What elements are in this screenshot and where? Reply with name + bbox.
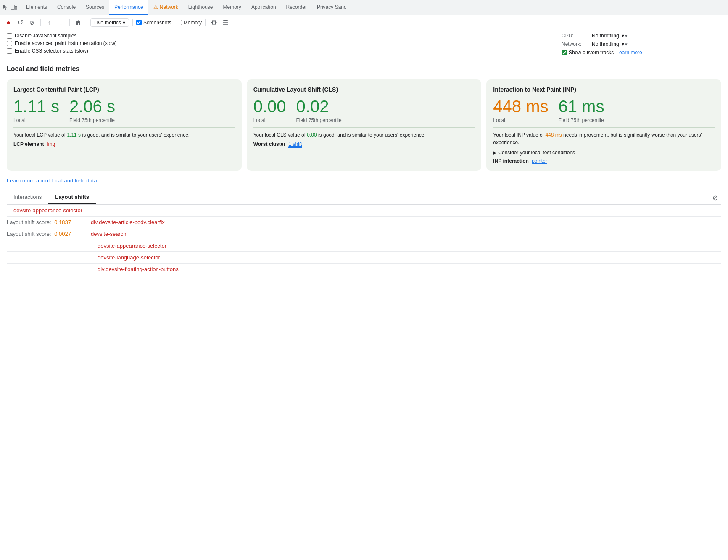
tab-application[interactable]: Application [246,0,281,15]
memory-checkbox[interactable] [177,20,182,25]
custom-tracks-checkbox[interactable] [562,50,567,55]
layout-table: devsite-appearance-selector Layout shift… [7,205,721,275]
tab-recorder[interactable]: Recorder [281,0,312,15]
lcp-field-value: 2.06 s [69,97,115,116]
layout-score-label: Layout shift score: 0.0027 [7,231,91,237]
warning-icon: ⚠ [153,4,158,10]
download-button[interactable]: ↓ [56,18,66,28]
memory-checkbox-group[interactable]: Memory [177,20,202,26]
cls-local-value: 0.00 [253,97,286,116]
options-left: Disable JavaScript samples Enable advanc… [7,33,562,55]
cls-field-group: 0.02 Field 75th percentile [296,97,342,123]
table-row: Layout shift score: 0.1837 div.devsite-a… [7,217,721,228]
lcp-card: Largest Contentful Paint (LCP) 1.11 s Lo… [7,79,242,171]
cls-divider [253,127,475,128]
reload-button[interactable]: ↺ [15,18,25,28]
layout-selector[interactable]: div.devsite-article-body.clearfix [91,219,165,225]
inp-local-label: Local [493,117,548,123]
live-metrics-dropdown[interactable]: Live metrics ▾ [90,18,129,27]
tab-sources[interactable]: Sources [81,0,109,15]
lcp-local-value: 1.11 s [13,97,59,116]
table-row: devsite-appearance-selector [7,240,721,252]
tab-lighthouse[interactable]: Lighthouse [183,0,218,15]
screenshots-checkbox[interactable] [136,20,142,25]
tab-privacy-sand[interactable]: Privacy Sand [312,0,352,15]
disable-js-samples-checkbox[interactable] [7,33,12,39]
table-row: Layout shift score: 0.0027 devsite-searc… [7,228,721,240]
tab-network[interactable]: ⚠Network [148,0,183,15]
learn-more-field-data-link[interactable]: Learn more about local and field data [7,177,97,184]
svg-rect-0 [11,5,15,9]
cls-local-group: 0.00 Local [253,97,286,123]
tab-memory[interactable]: Memory [218,0,246,15]
screenshots-checkbox-group[interactable]: Screenshots [136,20,171,26]
toolbar: ● ↺ ⊘ ↑ ↓ Live metrics ▾ Screenshots Mem… [0,15,728,30]
inp-desc: Your local INP value of 448 ms needs imp… [493,131,715,146]
section-title: Local and field metrics [7,65,721,73]
tab-console[interactable]: Console [52,0,81,15]
metric-cards: Largest Contentful Paint (LCP) 1.11 s Lo… [7,79,721,171]
custom-tracks-checkbox-group[interactable]: Show custom tracks [562,50,614,55]
tab-performance[interactable]: Performance [109,0,148,15]
cursor-icon[interactable] [2,4,9,11]
cls-field-value: 0.02 [296,97,342,116]
tab-bar: Elements Console Sources Performance ⚠Ne… [0,0,728,15]
inp-divider [493,127,715,128]
network-throttle-dropdown[interactable]: No throttling ▾ [592,41,628,47]
settings-icon[interactable] [209,18,219,28]
inp-consider: ▶ Consider your local test conditions [493,150,715,156]
css-selector-option[interactable]: Enable CSS selector stats (slow) [7,48,562,54]
cpu-throttle-dropdown[interactable]: No throttling ▾ [592,33,628,39]
clear-button[interactable]: ⊘ [27,18,37,28]
separator-3 [87,19,87,26]
table-row: devsite-appearance-selector [7,205,721,217]
inp-field-label: Field 75th percentile [559,117,604,123]
layout-selector[interactable]: div.devsite-floating-action-buttons [13,266,179,272]
custom-tracks-row: Show custom tracks Learn more [562,50,642,55]
layout-score-label: Layout shift score: 0.1837 [7,219,91,225]
lcp-card-title: Largest Contentful Paint (LCP) [13,86,235,93]
layout-selector[interactable]: devsite-appearance-selector [13,243,166,249]
cls-desc: Your local CLS value of 0.00 is good, an… [253,131,475,139]
svg-rect-1 [15,6,17,9]
advanced-paint-checkbox[interactable] [7,41,12,46]
cpu-chevron-icon: ▾ [622,33,624,39]
table-row: devsite-language-selector [7,252,721,264]
cls-values: 0.00 Local 0.02 Field 75th percentile [253,97,475,123]
more-icon[interactable] [221,18,231,28]
inp-extra: INP interaction pointer [493,158,715,164]
lcp-local-label: Local [13,117,59,123]
separator-4 [132,19,133,26]
lcp-element-link[interactable]: img [47,141,55,147]
network-chevron-icon: ▾ [622,41,624,47]
block-circle-icon: ⊘ [712,193,718,201]
layout-selector[interactable]: devsite-language-selector [13,254,160,261]
tab-elements[interactable]: Elements [21,0,52,15]
home-button[interactable] [73,18,83,28]
disable-js-samples-option[interactable]: Disable JavaScript samples [7,33,562,39]
inp-local-group: 448 ms Local [493,97,548,123]
custom-tracks-learn-more[interactable]: Learn more [616,50,642,55]
cls-card: Cumulative Layout Shift (CLS) 0.00 Local… [247,79,482,171]
tab-layout-shifts[interactable]: Layout shifts [48,190,96,204]
cls-local-label: Local [253,117,286,123]
layout-score-value: 0.0027 [54,231,71,237]
inp-values: 448 ms Local 61 ms Field 75th percentile [493,97,715,123]
lcp-field-group: 2.06 s Field 75th percentile [69,97,115,123]
device-icon[interactable] [10,4,18,11]
sub-tabs: Interactions Layout shifts ⊘ [7,190,721,205]
tab-interactions[interactable]: Interactions [7,190,48,204]
css-selector-checkbox[interactable] [7,48,12,54]
upload-button[interactable]: ↑ [44,18,54,28]
advanced-paint-option[interactable]: Enable advanced paint instrumentation (s… [7,40,562,46]
chevron-down-icon: ▾ [123,20,125,26]
record-button[interactable]: ● [3,18,13,28]
lcp-extra: LCP element img [13,141,235,147]
layout-score-value: 0.1837 [54,219,71,225]
layout-selector[interactable]: devsite-appearance-selector [13,207,82,214]
inp-card: Interaction to Next Paint (INP) 448 ms L… [486,79,721,171]
cls-worst-cluster-link[interactable]: 1 shift [288,141,302,148]
layout-selector[interactable]: devsite-search [91,231,127,237]
lcp-desc: Your local LCP value of 1.11 s is good, … [13,131,235,139]
inp-pointer-link[interactable]: pointer [532,158,547,164]
